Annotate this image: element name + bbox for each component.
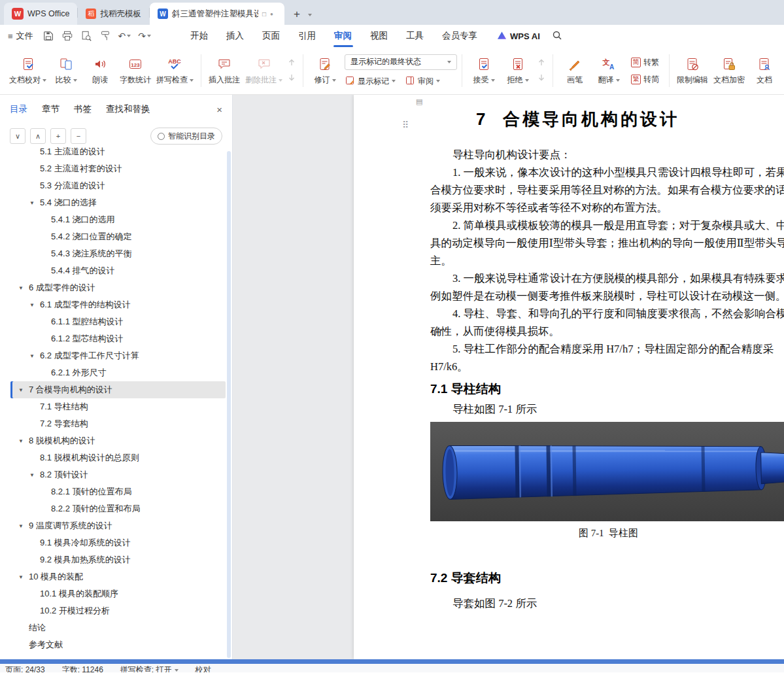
toc-item[interactable]: ▼ 6.2 成型零件工作尺寸计算 <box>10 347 226 364</box>
collapse-triangle-icon[interactable]: ▼ <box>29 353 40 359</box>
toc-item[interactable]: ▼ 8.2.2 顶针的位置和布局 <box>10 500 226 517</box>
reject-change-button[interactable]: 拒绝 <box>501 50 535 91</box>
new-tab-button[interactable]: + <box>294 8 300 21</box>
toc-item[interactable]: ▼ 8 脱模机构的设计 <box>10 432 226 449</box>
collapse-triangle-icon[interactable]: ▼ <box>18 387 29 393</box>
review-mode-button[interactable]: 审阅 <box>405 75 440 88</box>
paragraph-line[interactable]: 2. 简单模具或模板较薄的模具一般是用直导套；对于复杂模具或大、中型模 <box>430 216 784 234</box>
word-count-button[interactable]: 123 字数统计 <box>117 50 154 91</box>
toc-item[interactable]: ▼ 7 合模导向机构的设计 <box>10 381 226 398</box>
decrease-level-button[interactable]: − <box>71 128 86 144</box>
show-markup-button[interactable]: 显示标记 <box>345 75 396 88</box>
figure-intro-7-2[interactable]: 导套如图 7-2 所示 <box>430 595 784 612</box>
panel-tab[interactable]: 章节 <box>42 103 60 115</box>
translate-button[interactable]: 文A 翻译 <box>592 50 626 91</box>
pen-button[interactable]: 画笔 <box>558 50 592 91</box>
horizontal-scrollbar[interactable] <box>0 659 784 664</box>
paragraph-line[interactable]: 主。 <box>430 252 784 269</box>
toc-item[interactable]: ▼ 5.4.3 浇注系统的平衡 <box>10 245 226 262</box>
traditional-to-simplified-button[interactable]: 繁 转简 <box>631 74 659 85</box>
toc-item[interactable]: ▼ 5.1 主流道的设计 <box>10 143 226 160</box>
restrict-editing-button[interactable]: 限制编辑 <box>674 50 711 91</box>
file-menu-button[interactable]: ≡ 文件 <box>8 30 33 42</box>
close-panel-icon[interactable]: × <box>216 104 222 115</box>
toc-item[interactable]: ▼ 6.1.2 型芯结构设计 <box>10 330 226 347</box>
collapse-triangle-icon[interactable]: ▼ <box>18 285 29 291</box>
simplified-to-traditional-button[interactable]: 简 转繁 <box>631 57 659 68</box>
collapse-heading-button[interactable]: ∨ <box>10 128 26 144</box>
menu-tab[interactable]: 开始 <box>190 25 208 47</box>
insert-comment-button[interactable]: 插入批注 <box>206 50 243 91</box>
toc-item[interactable]: ▼ 6.1 成型零件的结构设计 <box>10 296 226 313</box>
paragraph-line[interactable]: 4. 导柱、导套、和导向孔的平行度和同轴度要求很高，不然会影响合模的 <box>430 305 784 322</box>
toc-item[interactable]: ▼ 参考文献 <box>10 636 226 653</box>
section-heading-7-2[interactable]: 7.2 导套结构 <box>430 570 784 587</box>
print-icon[interactable] <box>61 30 73 42</box>
collapse-triangle-icon[interactable]: ▼ <box>18 574 29 580</box>
toc-item[interactable]: ▼ 6.2.1 外形尺寸 <box>10 364 226 381</box>
collapse-triangle-icon[interactable]: ▼ <box>29 302 40 308</box>
menu-tab[interactable]: 引用 <box>298 25 316 47</box>
toc-item[interactable]: ▼ 5.3 分流道的设计 <box>10 177 226 194</box>
paragraph-line[interactable]: 须要采用对称不等径或者等径不对称的布置方法。 <box>430 199 784 216</box>
spell-check-button[interactable]: ABC 拼写检查 <box>154 50 196 91</box>
menu-tab[interactable]: 工具 <box>406 25 424 47</box>
panel-scrollbar[interactable] <box>227 151 231 658</box>
paragraph-line[interactable]: 3. 一般来说导柱通常设计在方便脱模的模具部分，如果模具有特殊要求时 <box>430 269 784 287</box>
paragraph-line[interactable]: 导柱导向机构设计要点： <box>430 146 784 164</box>
compare-button[interactable]: 比较 <box>49 50 83 91</box>
paragraph-line[interactable]: 5. 导柱工作部分的配合精度采用 H7/h7；导柱固定部分的配合精度采 <box>430 340 784 358</box>
toc-item[interactable]: ▼ 10.1 模具的装配顺序 <box>10 585 226 602</box>
paragraph-line[interactable]: 具的动定模导向一般使用Ⅰ型带头导套；推出机构的导向一般使用Ⅱ型带头导 <box>430 234 784 252</box>
doc-permission-button[interactable]: 文档 <box>747 50 781 91</box>
page-indicator[interactable]: 页面: 24/33 <box>5 664 45 672</box>
tab-wps-office[interactable]: W WPS Office <box>4 3 77 25</box>
toc-item[interactable]: ▼ 8.2 顶针设计 <box>10 466 226 483</box>
doc-proofing-button[interactable]: 文档校对 <box>7 50 49 91</box>
expand-heading-button[interactable]: ∧ <box>30 128 46 144</box>
panel-tab[interactable]: 书签 <box>74 103 92 115</box>
unsaved-dot-icon[interactable]: ● <box>270 11 273 17</box>
drag-handle-icon[interactable]: ⠿ <box>402 120 409 130</box>
tab-list-chevron-icon[interactable] <box>308 9 312 18</box>
collapse-triangle-icon[interactable]: ▼ <box>29 200 40 206</box>
encrypt-document-button[interactable]: 文档加密 <box>711 50 747 91</box>
toc-item[interactable]: ▼ 结论 <box>10 619 226 636</box>
figure-intro-7-1[interactable]: 导柱如图 7-1 所示 <box>430 400 784 418</box>
tab-document[interactable]: W 斜三通管塑件注塑模具设计 说 □ ● <box>150 3 284 25</box>
chapter-title[interactable]: 7 合模导向机构的设计 <box>476 108 784 130</box>
paragraph-line[interactable]: 1. 一般来说，像本次设计的这种小型模具只需设计四根导柱即可，若果没 <box>430 164 784 181</box>
redo-button[interactable]: ↷ <box>138 31 151 41</box>
toc-item[interactable]: ▼ 6 成型零件的设计 <box>10 279 226 296</box>
toc-item[interactable]: ▼ 10.2 开模过程分析 <box>10 602 226 619</box>
toc-item[interactable]: ▼ 9 温度调节系统的设计 <box>10 517 226 534</box>
section-heading-7-1[interactable]: 7.1 导柱结构 <box>430 381 784 398</box>
document-page[interactable]: ▤ ⠿ 7 合模导向机构的设计 导柱导向机构设计要点：1. 一般来说，像本次设计… <box>354 95 784 659</box>
wps-ai-button[interactable]: WPS AI <box>497 31 540 42</box>
undo-button[interactable]: ↶ <box>118 31 131 41</box>
panel-tab[interactable]: 查找和替换 <box>106 103 150 115</box>
toc-item[interactable]: ▼ 7.2 导套结构 <box>10 415 226 432</box>
open-in-window-icon[interactable]: □ <box>262 10 266 18</box>
search-icon[interactable] <box>552 30 562 43</box>
print-preview-icon[interactable] <box>80 30 92 42</box>
paragraph-line[interactable]: H7/k6。 <box>430 358 784 375</box>
paragraph-line[interactable]: 合模方位要求时，导柱要采用等径且对称的方法。如果有合模方位要求的话就 <box>430 181 784 199</box>
toc-item[interactable]: ▼ 9.1 模具冷却系统的设计 <box>10 534 226 551</box>
proofing-status[interactable]: 校对 <box>196 664 211 672</box>
toc-item[interactable]: ▼ 8.2.1 顶针的位置布局 <box>10 483 226 500</box>
toc-item[interactable]: ▼ 8.1 脱模机构设计的总原则 <box>10 449 226 466</box>
increase-level-button[interactable]: + <box>50 128 66 144</box>
menu-tab[interactable]: 页面 <box>262 25 280 47</box>
markup-state-select[interactable]: 显示标记的最终状态 <box>345 54 457 70</box>
accept-change-button[interactable]: 接受 <box>467 50 501 91</box>
save-icon[interactable] <box>43 30 54 42</box>
toc-item[interactable]: ▼ 10 模具的装配 <box>10 568 226 585</box>
spell-check-status[interactable]: 拼写检查: 打开 <box>120 664 179 672</box>
toc-item[interactable]: ▼ 9.2 模具加热系统的设计 <box>10 551 226 568</box>
track-changes-button[interactable]: 修订 <box>308 50 342 91</box>
toc-item[interactable]: ▼ 5.4.4 排气的设计 <box>10 262 226 279</box>
smart-toc-button[interactable]: 智能识别目录 <box>150 128 222 145</box>
paragraph-line[interactable]: 例如塑件是在动模一侧要考推件板来脱模时，导柱可以设计在动模这一侧。 <box>430 287 784 305</box>
toc-item[interactable]: ▼ 7.1 导柱结构 <box>10 398 226 415</box>
